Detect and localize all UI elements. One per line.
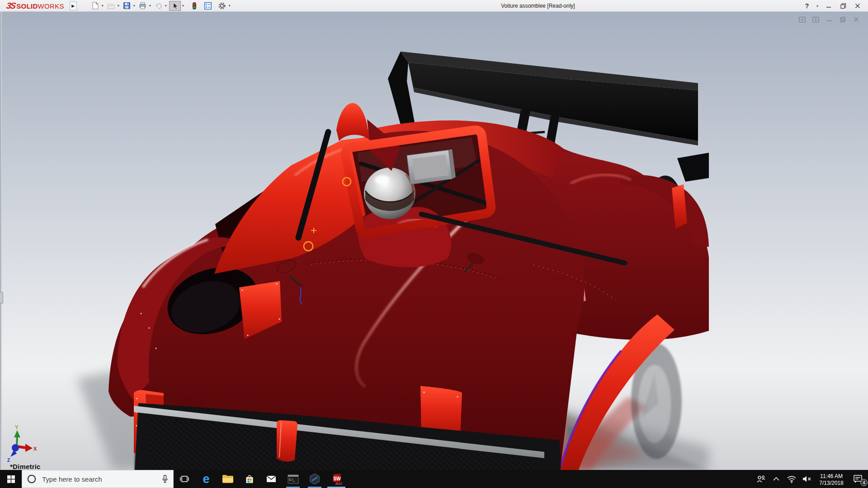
pane-right-icon [812, 17, 819, 23]
dropdown-arrow-icon[interactable]: ▾ [182, 4, 184, 8]
restore-button[interactable] [837, 1, 849, 11]
mail-icon [266, 474, 277, 483]
file-explorer-button[interactable] [217, 470, 239, 488]
new-document-button[interactable] [90, 1, 100, 11]
network-button[interactable] [784, 470, 799, 488]
gear-icon [218, 2, 226, 10]
cortana-icon [27, 474, 37, 484]
command-prompt-icon: C:\_ [288, 474, 299, 484]
system-tray: 11:46 AM 7/13/2018 4 [753, 470, 868, 488]
wifi-icon [787, 475, 797, 483]
graphics-viewport[interactable]: Y X Z *Dimetric [0, 12, 868, 470]
desktop-screen: 3S SOLID WORKS ▶ ▾ ▾ ▾ ▾ ▾ ▾ [0, 0, 868, 488]
help-button[interactable]: ? [801, 1, 813, 11]
start-button[interactable] [0, 470, 22, 488]
solidworks-logo: 3S SOLID WORKS [0, 1, 68, 11]
titlebar: 3S SOLID WORKS ▶ ▾ ▾ ▾ ▾ ▾ ▾ [0, 0, 868, 12]
dropdown-arrow-icon[interactable]: ▾ [102, 4, 104, 8]
doc-restore-button[interactable] [838, 15, 847, 23]
undo-arrow-icon [155, 2, 162, 9]
dropdown-arrow-icon[interactable]: ▾ [229, 4, 231, 8]
view-orientation-label: *Dimetric [10, 463, 41, 470]
cmd-glyph: C:\_ [289, 478, 295, 482]
pane-left-icon [799, 17, 806, 23]
select-tool-button[interactable] [169, 1, 181, 11]
command-prompt-button[interactable]: C:\_ [282, 470, 304, 488]
dropdown-arrow-icon[interactable]: ▾ [133, 4, 135, 8]
store-button[interactable] [239, 470, 260, 488]
hexagon-app-button[interactable] [304, 470, 326, 488]
dropdown-arrow-icon[interactable]: ▾ [118, 4, 119, 8]
hexagon-app-icon [309, 473, 321, 485]
sw-glyph: SW [334, 476, 341, 481]
print-button[interactable] [137, 1, 148, 11]
featuremanager-splitter-tab[interactable] [0, 292, 3, 304]
volume-muted-icon [802, 475, 812, 483]
minimize-icon [826, 3, 831, 9]
taskbar-search[interactable] [22, 470, 174, 488]
edge-icon: e [203, 473, 209, 485]
rebuild-button[interactable] [189, 1, 199, 11]
people-icon [756, 474, 766, 483]
people-button[interactable] [753, 470, 769, 488]
mail-button[interactable] [260, 470, 282, 488]
close-button[interactable] [852, 1, 863, 11]
file-properties-button[interactable] [203, 1, 213, 11]
window-controls: ? ▾ [801, 0, 863, 12]
action-center-button[interactable]: 4 [848, 470, 868, 488]
pane-right-button[interactable] [811, 15, 820, 23]
minimize-button[interactable] [823, 1, 835, 11]
axis-label-z: Z [7, 458, 10, 463]
volume-button[interactable] [799, 470, 815, 488]
doc-close-icon [854, 17, 859, 22]
featuremanager-collapsed-edge [0, 12, 2, 470]
axis-label-y: Y [15, 424, 19, 431]
clock-time: 11:46 AM [815, 473, 848, 480]
window-title: Voiture assomblee [Read-only] [452, 3, 624, 9]
doc-minimize-icon [826, 17, 832, 22]
pane-left-button[interactable] [797, 15, 807, 23]
clock-date: 7/13/2018 [815, 480, 848, 487]
3d-model-canvas[interactable]: Y X Z [0, 12, 868, 470]
dropdown-arrow-icon[interactable]: ▾ [165, 4, 167, 8]
search-input[interactable] [41, 475, 157, 483]
brand-text-solid: SOLID [16, 2, 38, 10]
taskbar-empty-space [347, 470, 753, 488]
print-icon [139, 2, 146, 9]
sw-year: 2017 [335, 482, 342, 485]
solidworks-button[interactable]: SW 2017 [326, 470, 347, 488]
document-window-controls [797, 15, 861, 23]
save-button[interactable] [122, 1, 132, 11]
options-button[interactable] [217, 1, 227, 11]
menu-flyout-button[interactable]: ▶ [70, 1, 77, 10]
doc-restore-icon [840, 17, 846, 23]
close-icon [855, 3, 860, 9]
taskbar-clock[interactable]: 11:46 AM 7/13/2018 [815, 471, 848, 487]
save-floppy-icon [123, 2, 131, 9]
task-view-button[interactable] [174, 470, 195, 488]
select-cursor-icon [171, 2, 179, 10]
open-button[interactable] [106, 1, 116, 11]
chevron-up-icon [773, 476, 780, 482]
axis-label-x: X [33, 446, 37, 451]
doc-minimize-button[interactable] [825, 15, 834, 23]
doc-close-button[interactable] [852, 15, 861, 23]
open-folder-icon [107, 2, 115, 9]
file-properties-icon [204, 2, 212, 10]
edge-button[interactable]: e [195, 470, 217, 488]
microphone-icon[interactable] [161, 474, 169, 483]
undo-button[interactable] [153, 1, 164, 11]
notification-badge: 4 [860, 479, 868, 486]
brand-text-works: WORKS [38, 2, 64, 10]
restore-icon [840, 3, 846, 9]
quick-access-toolbar: ▾ ▾ ▾ ▾ ▾ ▾ ▾ [90, 1, 232, 11]
help-dropdown-icon[interactable]: ▾ [816, 4, 818, 8]
roll-hoop [336, 103, 370, 141]
task-view-icon [179, 474, 189, 483]
dropdown-arrow-icon[interactable]: ▾ [149, 4, 151, 8]
solidworks-2017-icon: SW 2017 [330, 473, 343, 485]
hidden-icons-button[interactable] [769, 470, 784, 488]
traffic-light-icon [191, 2, 198, 10]
windows-logo-icon [7, 475, 15, 483]
new-document-icon [91, 2, 99, 9]
